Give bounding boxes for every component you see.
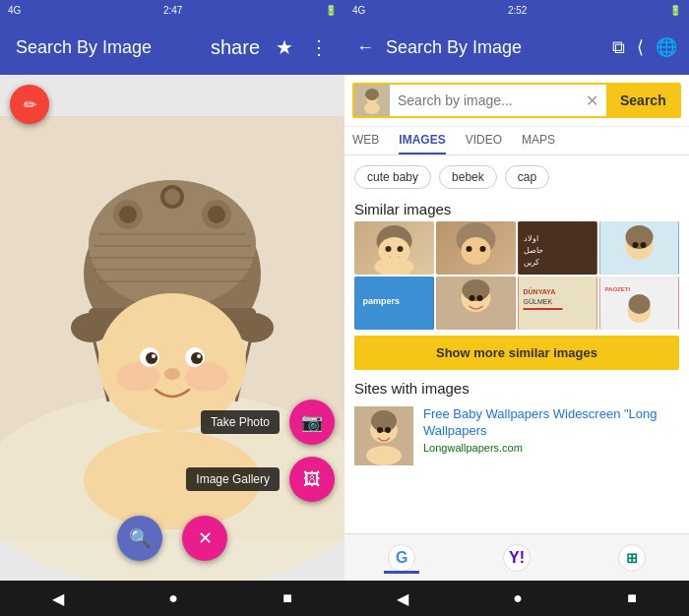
clear-search-icon[interactable]: ✕ xyxy=(578,92,606,110)
search-tabs: WEB IMAGES VIDEO MAPS xyxy=(344,127,689,155)
similar-image-5[interactable]: pampers xyxy=(354,277,434,330)
chip-cap[interactable]: cap xyxy=(505,165,549,189)
svg-point-42 xyxy=(467,246,472,252)
similar-image-7[interactable]: DÜNYAYAGÜLMEK xyxy=(518,277,597,330)
search-tool-button[interactable]: 🔍 xyxy=(117,516,162,561)
svg-point-15 xyxy=(116,362,159,392)
right-recents-nav-icon[interactable]: ■ xyxy=(627,589,637,607)
star-icon[interactable]: ★ xyxy=(276,35,293,59)
svg-point-58 xyxy=(470,295,475,301)
globe-icon[interactable]: 🌐 xyxy=(656,36,677,58)
left-time: 2:47 xyxy=(163,5,182,16)
svg-point-71 xyxy=(377,427,383,433)
recents-nav-icon[interactable]: ■ xyxy=(282,589,292,607)
svg-point-72 xyxy=(385,427,391,433)
tag-chips: cute baby bebek cap xyxy=(344,155,689,195)
svg-point-23 xyxy=(164,368,180,380)
right-nav-bar: ◀ ● ■ xyxy=(344,581,689,616)
svg-point-22 xyxy=(197,354,201,358)
bottom-actions: Take Photo 📷 Image Gallery 🖼 xyxy=(186,400,335,502)
svg-point-21 xyxy=(152,354,156,358)
back-nav-icon[interactable]: ◀ xyxy=(52,589,64,608)
engine-underline xyxy=(384,571,419,574)
site-thumbnail xyxy=(354,406,413,465)
take-photo-label: Take Photo xyxy=(201,410,280,434)
svg-point-43 xyxy=(480,246,486,252)
svg-point-50 xyxy=(626,225,654,249)
svg-point-37 xyxy=(386,246,392,252)
site-title-link[interactable]: Free Baby Wallpapers Widescreen "Long Wa… xyxy=(423,406,679,440)
search-button[interactable]: Search xyxy=(606,85,680,116)
svg-point-29 xyxy=(119,206,137,223)
share-icon[interactable]: share xyxy=(211,36,260,59)
right-share-icon[interactable]: ⟨ xyxy=(637,36,644,58)
similar-images-title: Similar images xyxy=(344,195,689,221)
svg-point-30 xyxy=(208,206,225,223)
home-nav-icon[interactable]: ● xyxy=(168,589,178,607)
google-engine-button[interactable]: G xyxy=(384,540,419,576)
similar-image-6[interactable] xyxy=(436,277,516,330)
google-icon: G xyxy=(388,544,415,572)
left-nav-bar: ◀ ● ■ xyxy=(0,581,344,616)
right-panel: 4G 2:52 🔋 ← Search By Image ⧉ ⟨ 🌐 ✕ Sear… xyxy=(344,0,689,616)
chip-bebek[interactable]: bebek xyxy=(439,165,497,189)
copy-icon[interactable]: ⧉ xyxy=(612,37,625,58)
search-bar: ✕ Search xyxy=(352,83,681,118)
image-gallery-button[interactable]: 🖼 xyxy=(289,457,335,502)
right-time: 2:52 xyxy=(508,5,527,16)
tab-maps[interactable]: MAPS xyxy=(522,133,555,154)
left-header: Search By Image share ★ ⋮ xyxy=(0,20,344,75)
svg-point-51 xyxy=(633,242,639,248)
similar-images-grid: اولادحاصلکریں pampers DÜNYAYAGÜLMEK PAOZ… xyxy=(344,221,689,330)
svg-point-16 xyxy=(185,362,228,392)
similar-image-8[interactable]: PAOZETI xyxy=(599,277,679,330)
svg-point-20 xyxy=(191,352,203,364)
right-back-icon[interactable]: ← xyxy=(356,37,374,58)
left-signal: 4G xyxy=(8,5,21,16)
tab-video[interactable]: VIDEO xyxy=(466,133,502,154)
svg-point-33 xyxy=(364,102,380,114)
svg-point-26 xyxy=(164,189,180,205)
take-photo-button[interactable]: 📷 xyxy=(289,400,335,445)
edit-fab[interactable]: ✏ xyxy=(10,85,49,124)
tab-images[interactable]: IMAGES xyxy=(399,133,445,154)
more-icon[interactable]: ⋮ xyxy=(309,35,329,59)
svg-text:GÜLMEK: GÜLMEK xyxy=(524,298,553,305)
similar-images-row-1: اولادحاصلکریں xyxy=(354,221,679,275)
similar-image-2[interactable] xyxy=(436,221,516,275)
yahoo-engine-button[interactable]: Y! xyxy=(499,540,534,576)
left-status-bar: 4G 2:47 🔋 xyxy=(0,0,344,20)
svg-text:PAOZETI: PAOZETI xyxy=(605,286,631,292)
baby-image xyxy=(0,75,344,581)
tab-web[interactable]: WEB xyxy=(352,133,379,154)
image-gallery-row: Image Gallery 🖼 xyxy=(186,457,335,502)
search-input[interactable] xyxy=(390,92,578,108)
svg-text:اولاد: اولاد xyxy=(524,234,538,243)
svg-text:pampers: pampers xyxy=(363,296,401,306)
show-more-button[interactable]: Show more similar images xyxy=(354,336,679,370)
right-back-nav-icon[interactable]: ◀ xyxy=(397,589,408,608)
svg-text:حاصل: حاصل xyxy=(524,246,543,255)
similar-image-1[interactable] xyxy=(354,221,434,275)
similar-image-3[interactable]: اولادحاصلکریں xyxy=(518,221,597,275)
right-app-title: Search By Image xyxy=(386,37,600,58)
bing-engine-button[interactable]: ⊞ xyxy=(614,540,650,576)
svg-point-57 xyxy=(463,279,490,301)
right-battery: 🔋 xyxy=(669,5,681,16)
left-panel: 4G 2:47 🔋 Search By Image share ★ ⋮ xyxy=(0,0,344,616)
svg-rect-63 xyxy=(524,308,563,310)
site-item: Free Baby Wallpapers Widescreen "Long Wa… xyxy=(344,400,689,471)
svg-point-39 xyxy=(375,257,414,275)
right-bottom-bar: G Y! ⊞ xyxy=(344,533,689,581)
chip-cute-baby[interactable]: cute baby xyxy=(354,165,431,189)
svg-point-59 xyxy=(477,295,483,301)
image-gallery-label: Image Gallery xyxy=(186,467,280,491)
search-thumbnail xyxy=(354,83,390,118)
take-photo-row: Take Photo 📷 xyxy=(201,400,335,445)
close-tool-button[interactable]: ✕ xyxy=(182,516,227,561)
similar-image-4[interactable] xyxy=(599,221,679,275)
right-home-nav-icon[interactable]: ● xyxy=(513,589,523,607)
svg-point-34 xyxy=(365,89,379,100)
right-header: ← Search By Image ⧉ ⟨ 🌐 xyxy=(344,20,689,75)
svg-point-19 xyxy=(146,352,157,364)
